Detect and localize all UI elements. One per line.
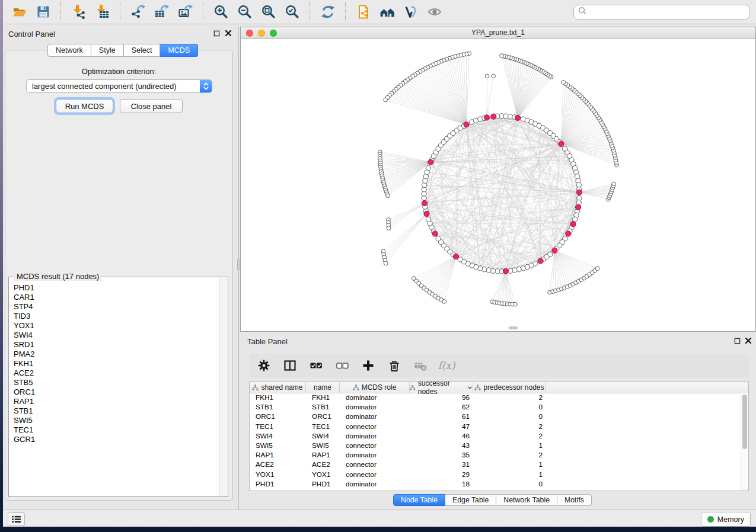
eye-button[interactable]: [424, 2, 445, 22]
memory-button[interactable]: Memory: [701, 512, 751, 527]
tab-node-table[interactable]: Node Table: [393, 494, 445, 506]
tab-motifs[interactable]: Motifs: [557, 494, 592, 506]
refresh-button[interactable]: [317, 2, 339, 22]
run-mcds-button[interactable]: Run MCDS: [56, 99, 113, 113]
export-table-button[interactable]: [151, 2, 173, 22]
close-panel-button[interactable]: Close panel: [120, 99, 183, 113]
mcds-list-scrollbar[interactable]: [219, 278, 227, 496]
add-column-button[interactable]: [361, 358, 376, 373]
control-panel-close-button[interactable]: [224, 29, 232, 37]
table-row[interactable]: ACE2ACE2connector311: [250, 460, 741, 469]
criterion-dropdown[interactable]: largest connected component (undirected): [26, 79, 212, 93]
cell-successor-nodes: 29: [410, 470, 473, 479]
mcds-result-item[interactable]: SWI5: [14, 416, 220, 425]
mcds-result-item[interactable]: YOX1: [14, 321, 220, 331]
mcds-result-item[interactable]: STB1: [14, 406, 220, 416]
memory-status-icon: [707, 516, 714, 523]
table-row[interactable]: FKH1FKH1dominator962: [250, 393, 741, 402]
network-titlebar[interactable]: YPA_prune.txt_1: [241, 27, 755, 39]
select-all-button[interactable]: [308, 358, 324, 373]
zoom-out-icon: [237, 4, 253, 20]
attribute-tree-icon: [474, 384, 481, 391]
network-canvas[interactable]: [241, 39, 755, 331]
vizmapper-button[interactable]: [400, 2, 422, 22]
control-panel-tabs: NetworkStyleSelectMCDS: [47, 44, 198, 57]
cell-name: TEC1: [306, 422, 340, 431]
table-row[interactable]: YOX1YOX1connector291: [250, 470, 741, 479]
mcds-result-item[interactable]: TID3: [14, 312, 220, 321]
column-header-predecessor-nodes[interactable]: predecessor nodes: [473, 382, 546, 393]
export-table-icon: [154, 4, 170, 20]
export-network-button[interactable]: [127, 2, 149, 22]
table-panel-close-button[interactable]: [744, 336, 752, 345]
optimization-criterion-label: Optimization criterion:: [5, 67, 233, 76]
mcds-result-item[interactable]: FKH1: [14, 359, 220, 368]
cell-name: RAP1: [306, 451, 340, 459]
cell-successor-nodes: 46: [410, 432, 473, 440]
column-header-shared-name[interactable]: shared name: [250, 382, 306, 393]
tab-edge-table[interactable]: Edge Table: [445, 494, 496, 506]
tab-style[interactable]: Style: [91, 44, 124, 57]
network-hscroll-thumb[interactable]: [509, 326, 518, 329]
tab-select[interactable]: Select: [124, 44, 161, 57]
table-header: shared namenameMCDS rolesuccessor nodesp…: [250, 382, 748, 393]
table-settings-button[interactable]: [256, 358, 272, 373]
task-history-button[interactable]: [8, 512, 25, 526]
table-row[interactable]: STB1STB1dominator620: [250, 402, 741, 412]
tab-network-table[interactable]: Network Table: [496, 494, 557, 506]
cell-shared-name: TEC1: [250, 422, 306, 431]
delete-column-button[interactable]: [387, 358, 402, 373]
table-row[interactable]: TEC1TEC1connector472: [250, 422, 741, 431]
table-panel-tabs: Node TableEdge TableNetwork TableMotifs: [393, 494, 592, 506]
unselect-all-button[interactable]: [334, 358, 350, 373]
mcds-result-item[interactable]: RAP1: [14, 397, 220, 406]
control-panel-float-button[interactable]: [212, 29, 221, 37]
mcds-result-item[interactable]: SRD1: [14, 340, 220, 350]
column-header-successor-nodes[interactable]: successor nodes: [410, 382, 473, 393]
table-scrollbar[interactable]: [741, 393, 748, 491]
tab-network[interactable]: Network: [47, 44, 91, 57]
mcds-result-item[interactable]: TEC1: [14, 425, 220, 435]
mcds-result-item[interactable]: CAR1: [14, 293, 220, 302]
table-row[interactable]: PHD1PHD1dominator180: [250, 479, 741, 489]
list-icon: [11, 515, 21, 523]
table-row[interactable]: SWI5SWI5connector431: [250, 441, 741, 450]
mcds-result-item[interactable]: SWI4: [14, 331, 220, 340]
toolbar-separator: [120, 2, 121, 21]
open-session-icon: [12, 4, 27, 20]
mcds-result-list: PHD1CAR1STP4TID3YOX1SWI4SRD1PMA2FKH1ACE2…: [9, 278, 220, 495]
network-document-button[interactable]: [353, 2, 374, 22]
table-row[interactable]: RAP1RAP1dominator352: [250, 450, 741, 460]
mcds-result-item[interactable]: ACE2: [14, 368, 220, 378]
column-label: MCDS role: [362, 383, 397, 392]
zoom-selected-button[interactable]: [282, 2, 303, 22]
open-session-button[interactable]: [9, 2, 30, 22]
search-input[interactable]: [590, 7, 745, 17]
toolbar-separator: [60, 2, 62, 21]
split-view-icon: [283, 359, 296, 372]
export-image-button[interactable]: [175, 2, 196, 22]
table-row[interactable]: ORC1ORC1dominator610: [250, 412, 741, 421]
split-view-button[interactable]: [282, 358, 298, 373]
tab-mcds[interactable]: MCDS: [160, 44, 198, 57]
table-scrollbar-thumb[interactable]: [742, 395, 747, 449]
zoom-in-button[interactable]: [210, 2, 232, 22]
search-box[interactable]: [573, 5, 750, 20]
save-session-button[interactable]: [33, 2, 54, 22]
mcds-result-item[interactable]: ORC1: [14, 387, 220, 397]
import-table-button[interactable]: [92, 2, 113, 22]
mcds-result-item[interactable]: PHD1: [14, 283, 220, 293]
zoom-out-button[interactable]: [234, 2, 256, 22]
mcds-result-item[interactable]: GCR1: [14, 435, 220, 444]
cell-name: FKH1: [306, 393, 340, 402]
mcds-result-item[interactable]: STP4: [14, 302, 220, 312]
table-row[interactable]: SWI4SWI4dominator462: [250, 431, 741, 441]
homes-button[interactable]: [377, 2, 398, 22]
column-header-name[interactable]: name: [306, 382, 340, 393]
table-panel-float-button[interactable]: [733, 336, 742, 345]
zoom-fit-button[interactable]: [258, 2, 279, 22]
mcds-result-item[interactable]: PMA2: [14, 350, 220, 359]
import-network-button[interactable]: [68, 2, 90, 22]
mcds-result-item[interactable]: STB5: [14, 378, 220, 387]
column-header-MCDS-role[interactable]: MCDS role: [340, 382, 410, 393]
